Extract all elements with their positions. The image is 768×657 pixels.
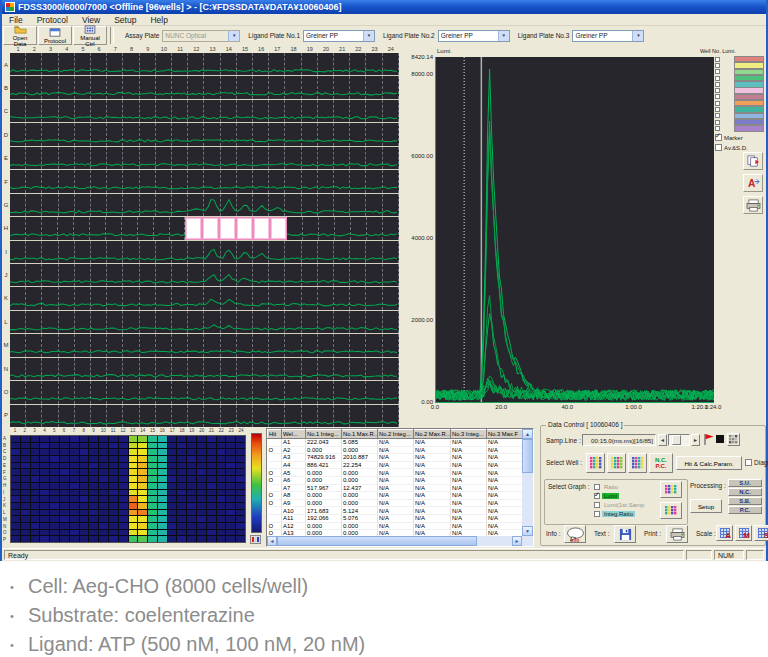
manual-ctrl-button[interactable]: Manual Ctrl [73, 26, 107, 45]
well-A16[interactable] [253, 53, 269, 75]
well-D13[interactable] [204, 123, 220, 145]
slider-thumb[interactable] [672, 435, 681, 445]
export-text-button[interactable]: A [743, 174, 763, 192]
well-P8[interactable] [123, 405, 139, 427]
well-J12[interactable] [188, 264, 204, 286]
select-well-group-button[interactable] [607, 453, 626, 473]
well-M19[interactable] [302, 334, 318, 356]
well-I9[interactable] [140, 241, 156, 263]
well-O3[interactable] [42, 381, 58, 403]
well-M11[interactable] [172, 334, 188, 356]
well-D7[interactable] [107, 123, 123, 145]
well-C10[interactable] [156, 100, 172, 122]
table-horizontal-scrollbar[interactable]: ◄ ► [267, 536, 522, 546]
well-B21[interactable] [334, 76, 350, 98]
well-P13[interactable] [204, 405, 220, 427]
well-A20[interactable] [318, 53, 334, 75]
well-B1[interactable] [10, 76, 26, 98]
well-J3[interactable] [42, 264, 58, 286]
setup-button[interactable]: Setup [690, 499, 722, 513]
well-I2[interactable] [26, 241, 42, 263]
well-P11[interactable] [172, 405, 188, 427]
well-J13[interactable] [204, 264, 220, 286]
well-G8[interactable] [123, 194, 139, 216]
well-E22[interactable] [350, 147, 366, 169]
well-C17[interactable] [269, 100, 285, 122]
table-row[interactable]: A10171.6835.124N/AN/AN/AN/A [268, 507, 524, 515]
well-A11[interactable] [172, 53, 188, 75]
well-N13[interactable] [204, 358, 220, 380]
well-H11[interactable] [170, 217, 186, 239]
nc-pc-button[interactable]: N.C. P.C. [649, 453, 673, 473]
well-K3[interactable] [42, 287, 58, 309]
well-J24[interactable] [383, 264, 399, 286]
well-K14[interactable] [221, 287, 237, 309]
well-B4[interactable] [59, 76, 75, 98]
well-J2[interactable] [26, 264, 42, 286]
well-G16[interactable] [253, 194, 269, 216]
well-N7[interactable] [107, 358, 123, 380]
ligand-plate-select-3[interactable]: Greiner PP▼ [572, 30, 644, 42]
print-button[interactable] [666, 525, 688, 543]
well-M22[interactable] [350, 334, 366, 356]
hit-calc-param-button[interactable]: Hit & Calc.Param. [676, 456, 742, 470]
well-N21[interactable] [334, 358, 350, 380]
kinetics-plot[interactable] [435, 57, 714, 403]
menu-view[interactable]: View [75, 15, 107, 25]
well-I12[interactable] [188, 241, 204, 263]
well-H24[interactable] [383, 217, 399, 239]
col-header-8[interactable]: No.3 Max.F [487, 430, 524, 439]
well-G23[interactable] [366, 194, 382, 216]
well-E11[interactable] [172, 147, 188, 169]
table-row[interactable]: OA20.0000.000N/AN/AN/AN/A [268, 446, 524, 454]
well-D22[interactable] [350, 123, 366, 145]
well-P4[interactable] [59, 405, 75, 427]
well-D4[interactable] [59, 123, 75, 145]
well-O8[interactable] [123, 381, 139, 403]
well-P17[interactable] [269, 405, 285, 427]
well-I11[interactable] [172, 241, 188, 263]
well-C18[interactable] [285, 100, 301, 122]
well-N6[interactable] [91, 358, 107, 380]
well-O12[interactable] [188, 381, 204, 403]
red-flag-icon[interactable] [703, 433, 714, 446]
well-H21[interactable] [335, 217, 351, 239]
well-K12[interactable] [188, 287, 204, 309]
well-J17[interactable] [269, 264, 285, 286]
well-O1[interactable] [10, 381, 26, 403]
well-B5[interactable] [75, 76, 91, 98]
well-H23[interactable] [367, 217, 383, 239]
well-B2[interactable] [26, 76, 42, 98]
marker-checkbox[interactable] [715, 134, 722, 141]
well-G6[interactable] [91, 194, 107, 216]
results-table[interactable]: HitWel...No.1 Integ...No.1 Max.R...No.2 … [267, 429, 524, 547]
ligand-plate-select-2[interactable]: Greiner PP▼ [438, 30, 510, 42]
well-L3[interactable] [42, 311, 58, 333]
well-B14[interactable] [221, 76, 237, 98]
well-F14[interactable] [221, 170, 237, 192]
well-F7[interactable] [107, 170, 123, 192]
well-O14[interactable] [221, 381, 237, 403]
well-F12[interactable] [188, 170, 204, 192]
well-N18[interactable] [285, 358, 301, 380]
well-M9[interactable] [140, 334, 156, 356]
well-B10[interactable] [156, 76, 172, 98]
table-vertical-scrollbar[interactable]: ▲ ▼ [522, 429, 533, 536]
well-A14[interactable] [221, 53, 237, 75]
vertical-scroll-thumb[interactable] [522, 439, 533, 473]
well-I13[interactable] [204, 241, 220, 263]
well-P9[interactable] [140, 405, 156, 427]
well-F6[interactable] [91, 170, 107, 192]
info-button[interactable]: Info [564, 525, 586, 543]
table-row[interactable]: A7517.96712.437N/AN/AN/AN/A [268, 484, 524, 492]
well-B17[interactable] [269, 76, 285, 98]
well-M3[interactable] [42, 334, 58, 356]
well-F5[interactable] [75, 170, 91, 192]
well-N14[interactable] [221, 358, 237, 380]
well-C12[interactable] [188, 100, 204, 122]
avsd-checkbox-row[interactable]: Av.&S.D. [715, 144, 748, 151]
well-A5[interactable] [75, 53, 91, 75]
well-N23[interactable] [366, 358, 382, 380]
col-header-4[interactable]: No.1 Max.R... [342, 430, 378, 439]
well-L2[interactable] [26, 311, 42, 333]
